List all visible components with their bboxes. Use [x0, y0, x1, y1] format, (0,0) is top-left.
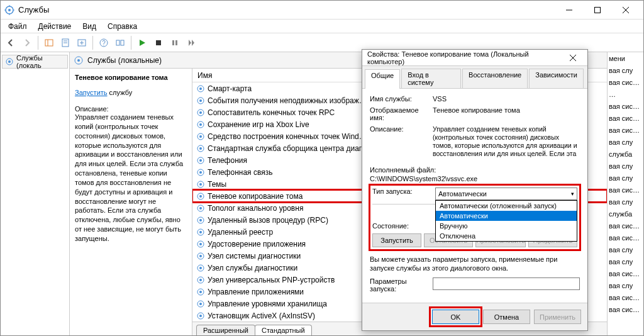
fragment-row: служба — [609, 150, 642, 162]
menu-view[interactable]: Вид — [77, 21, 101, 32]
fragment-row: вая слу — [609, 67, 642, 79]
fragment-row: вая слу — [609, 282, 642, 294]
tree-node-services[interactable]: Службы (локаль — [2, 55, 68, 69]
refresh-dual-button[interactable] — [113, 35, 128, 50]
titlebar: Службы — [1, 1, 643, 20]
svg-rect-3 — [45, 40, 53, 46]
gear-icon — [196, 120, 205, 129]
gear-icon — [196, 168, 205, 177]
tab-dependencies[interactable]: Зависимости — [529, 69, 584, 88]
dialog-close-button[interactable] — [564, 50, 582, 66]
export-button[interactable] — [74, 35, 89, 50]
service-name: Сохранение игр на Xbox Live — [208, 120, 309, 129]
gear-icon — [196, 276, 205, 284]
fragment-row: вая слу — [609, 138, 642, 150]
forward-button[interactable] — [19, 35, 35, 50]
dropdown-option[interactable]: Вручную — [436, 221, 577, 231]
maximize-button[interactable] — [583, 1, 611, 20]
svg-point-47 — [199, 243, 202, 245]
dialog-titlebar[interactable]: Свойства: Теневое копирование тома (Лока… — [362, 50, 587, 66]
start-link[interactable]: Запустить — [75, 89, 108, 96]
view-split-button[interactable] — [42, 35, 57, 50]
apply-button: Применить — [534, 310, 581, 324]
back-button[interactable] — [3, 35, 18, 50]
service-name: Темы — [208, 180, 226, 189]
menu-help[interactable]: Справка — [103, 21, 142, 32]
tab-recovery[interactable]: Восстановление — [462, 69, 528, 88]
svg-point-41 — [199, 207, 202, 210]
svg-rect-2 — [594, 7, 600, 13]
params-hint: Вы можете указать параметры запуска, при… — [370, 255, 580, 273]
gear-icon — [196, 288, 205, 296]
start-service-button[interactable] — [135, 35, 150, 50]
gear-icon — [196, 216, 205, 225]
label-state: Состояние: — [372, 222, 435, 230]
svg-point-25 — [199, 111, 202, 114]
svg-point-43 — [199, 219, 202, 221]
help-button[interactable]: ? — [96, 35, 111, 50]
fragment-row: мени — [609, 55, 642, 67]
menu-file[interactable]: Файл — [3, 21, 32, 32]
gear-icon — [196, 192, 205, 201]
svg-point-27 — [199, 123, 202, 126]
label-service-name: Имя службы: — [370, 95, 433, 103]
gear-icon — [196, 156, 205, 165]
dropdown-option[interactable]: Отключена — [436, 231, 577, 241]
description-panel: Теневое копирование тома Запустить служб… — [70, 69, 192, 335]
dropdown-option[interactable]: Автоматически (отложенный запуск) — [436, 201, 577, 211]
fragment-row: служба — [609, 210, 642, 222]
restart-service-button[interactable] — [184, 35, 199, 50]
highlighted-section: Тип запуска: Автоматически ▾ Автоматичес… — [370, 185, 580, 250]
fragment-row: вая сис… — [609, 186, 642, 198]
gear-icon — [196, 108, 205, 117]
start-link-suffix: службу — [109, 89, 133, 96]
fragment-row: вая сис… — [609, 294, 642, 306]
fragment-row: вая слу — [609, 258, 642, 270]
value-service-name: VSS — [433, 95, 580, 103]
minimize-button[interactable] — [555, 1, 583, 20]
svg-point-53 — [199, 279, 202, 281]
ok-button[interactable]: OK — [432, 310, 479, 324]
service-name: Телефонная связь — [208, 168, 272, 177]
stop-service-button[interactable] — [151, 35, 166, 50]
svg-point-39 — [199, 195, 202, 198]
dropdown-option[interactable]: Автоматически — [436, 211, 577, 221]
menu-action[interactable]: Действие — [33, 21, 77, 32]
pause-service-button[interactable] — [167, 35, 182, 50]
description-text: Управляет созданием теневых копий (контр… — [75, 113, 187, 244]
right-column-fragment: менивая слувая сис……вая сис…вая сис…вая … — [607, 52, 643, 335]
tab-standard[interactable]: Стандартный — [255, 325, 312, 335]
svg-point-33 — [199, 159, 202, 162]
tab-general[interactable]: Общие — [365, 69, 400, 89]
cancel-button[interactable]: Отмена — [483, 310, 530, 324]
svg-point-45 — [199, 231, 202, 233]
svg-point-19 — [77, 59, 80, 62]
close-button[interactable] — [611, 1, 640, 20]
startup-type-combo[interactable]: Автоматически ▾ — [435, 188, 577, 200]
gear-icon — [196, 180, 205, 189]
svg-point-29 — [199, 135, 202, 138]
gear-icon — [196, 311, 205, 320]
properties-button[interactable] — [58, 35, 73, 50]
start-button[interactable]: Запустить — [372, 233, 421, 247]
gear-icon — [196, 132, 205, 141]
gear-icon — [196, 300, 205, 308]
service-name: Удаленный вызов процедур (RPC) — [208, 216, 328, 225]
svg-rect-11 — [116, 40, 119, 45]
svg-point-31 — [199, 147, 202, 150]
app-icon — [4, 5, 14, 15]
label-exe-path: Исполняемый файл: — [370, 166, 580, 174]
svg-rect-14 — [172, 40, 174, 45]
svg-point-17 — [8, 60, 11, 63]
startup-type-dropdown[interactable]: Автоматически (отложенный запуск)Автомат… — [435, 200, 577, 242]
service-name: Управление приложениями — [208, 288, 304, 296]
menubar: Файл Действие Вид Справка — [1, 20, 643, 33]
gear-icon — [196, 96, 205, 105]
service-name: Средство построения конечных точек Wind… — [208, 132, 367, 141]
start-params-input[interactable] — [433, 277, 580, 290]
tab-extended[interactable]: Расширенный — [196, 325, 255, 335]
service-name: Телефония — [208, 156, 247, 165]
tab-logon[interactable]: Вход в систему — [401, 69, 461, 88]
label-start-params: Параметры запуска: — [370, 277, 433, 293]
fragment-row: вая слу — [609, 174, 642, 186]
